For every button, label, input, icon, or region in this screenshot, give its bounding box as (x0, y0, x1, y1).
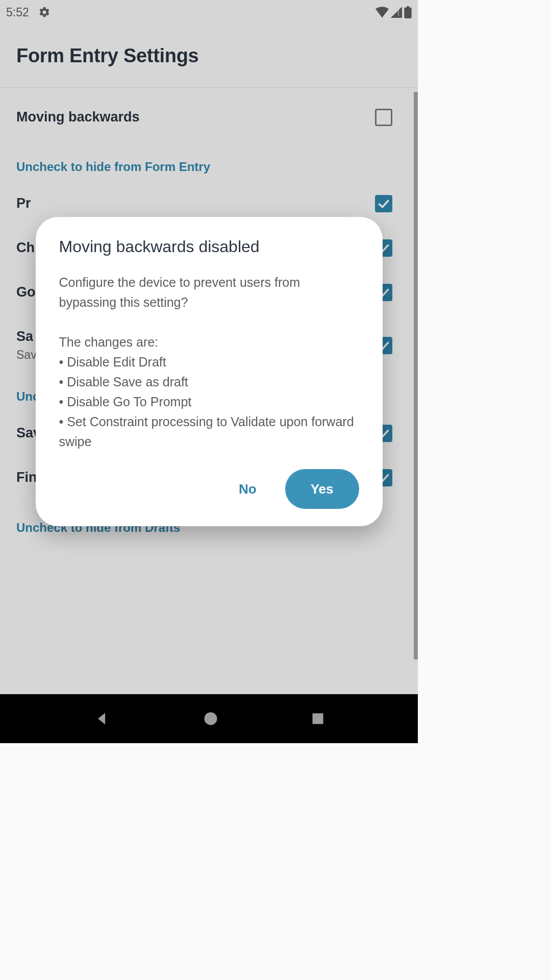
dialog-moving-backwards-disabled: Moving backwards disabled Configure the … (36, 217, 383, 526)
svg-rect-1 (313, 714, 323, 724)
no-button[interactable]: No (224, 472, 271, 506)
system-nav-bar (0, 694, 418, 743)
dialog-title: Moving backwards disabled (59, 237, 359, 256)
dialog-actions: No Yes (59, 469, 359, 509)
back-icon[interactable] (93, 710, 110, 727)
home-icon[interactable] (203, 711, 218, 726)
svg-point-0 (204, 713, 217, 725)
recents-icon[interactable] (311, 712, 325, 726)
dialog-body: Configure the device to prevent users fr… (59, 273, 359, 452)
yes-button[interactable]: Yes (285, 469, 359, 509)
